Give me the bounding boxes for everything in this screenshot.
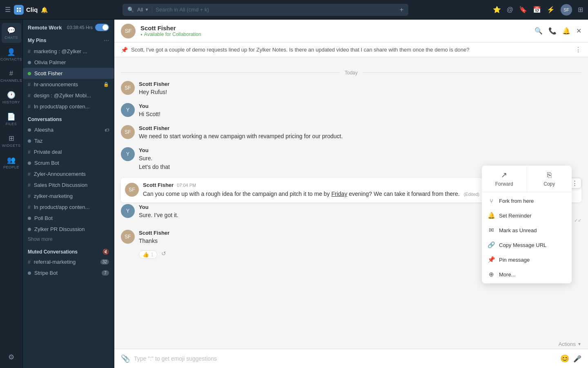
my-pins-more-icon[interactable]: ··· (104, 37, 109, 44)
sidebar-item-people[interactable]: 👥 PEOPLE (2, 153, 21, 173)
emoji-reaction-thumbsup[interactable]: 👍 1 (139, 250, 157, 259)
search-add-icon[interactable]: + (400, 6, 403, 13)
sidebar-item-channels[interactable]: # CHANNELS (2, 66, 21, 86)
sidebar-item-chats[interactable]: 💬 CHATS (2, 23, 21, 43)
conv-zyler-pr[interactable]: Zylker PR Discussion (23, 224, 114, 235)
search-placeholder[interactable]: Search in All (cmd + k) (156, 7, 396, 13)
conv-aleesha[interactable]: Aleesha 🏷 (23, 124, 114, 135)
msg-double-check: ✓✓ (574, 218, 581, 223)
chat-contact-name: Scott Fisher (140, 25, 530, 31)
more-label: More... (499, 272, 515, 278)
msg-avatar-scott1: SF (121, 81, 135, 95)
context-set-reminder[interactable]: 🔔 Set Reminder (482, 208, 572, 223)
conv-zyler-ann[interactable]: # Zyler-Announcements (23, 168, 114, 180)
pinned-message-text: Scott, I've got a couple of demo request… (131, 47, 572, 53)
attach-icon[interactable]: 📎 (121, 354, 130, 363)
conv-product-content[interactable]: # In product/app conten... (23, 202, 114, 213)
contact-scott[interactable]: Scott Fisher (23, 68, 114, 79)
conv-private-text: Private deal (34, 149, 109, 155)
forward-action[interactable]: ↗ Forward (482, 166, 527, 192)
message-group-3: SF Scott Fisher We need to start working… (121, 125, 581, 141)
messages-area: Today SF Scott Fisher Hey Rufus! Y You (114, 57, 588, 339)
svg-rect-2 (17, 10, 18, 12)
sidebar-item-contacts[interactable]: 👤 CONTACTS (2, 45, 21, 65)
widgets-icon: ⊞ (9, 134, 14, 143)
lock-icon: 🔒 (103, 82, 109, 87)
toggle-switch[interactable] (95, 24, 109, 31)
muted-referral[interactable]: # referral-marketing 32 (23, 256, 114, 267)
hash-icon-referral: # (28, 259, 31, 265)
search-bar[interactable]: 🔍 All ▼ Search in All (cmd + k) + (122, 4, 408, 16)
hamburger-icon[interactable]: ☰ (5, 6, 11, 13)
message-group-2: Y You Hi Scott! (121, 103, 581, 119)
msg-header-2: You (139, 103, 581, 109)
close-chat-icon[interactable]: ✕ (576, 27, 581, 35)
pinned-bar-more-icon[interactable]: ⋮ (575, 46, 581, 54)
conversations-title: Conversations (28, 117, 62, 122)
search-icon: 🔍 (127, 7, 134, 13)
emoji-add-icon[interactable]: ↺ (161, 250, 166, 257)
search-chat-icon[interactable]: 🔍 (535, 27, 543, 35)
conv-sales[interactable]: # Sales Pitch Discussion (23, 180, 114, 191)
grid-icon[interactable]: ⊞ (578, 6, 583, 13)
reaction-emoji: 👍 (143, 251, 149, 258)
contacts-label: CONTACTS (0, 57, 22, 61)
emoji-picker-icon[interactable]: 😊 (560, 354, 569, 363)
msg-sender-7: Scott Fisher (139, 230, 169, 236)
search-filter[interactable]: All ▼ (137, 7, 152, 13)
bell-icon[interactable]: 🔔 (562, 27, 570, 35)
channels-icon: # (9, 70, 13, 78)
copy-icon: ⎘ (547, 171, 552, 180)
hash-icon-zyler: # (28, 171, 31, 177)
chat-header-info: Scott Fisher Available for Collaboration (140, 25, 530, 37)
bookmark-icon[interactable]: 🔖 (519, 6, 527, 13)
conv-private-deal[interactable]: # Private deal (23, 146, 114, 157)
star-icon[interactable]: ⭐ (493, 6, 501, 13)
history-label: HISTORY (2, 100, 20, 104)
unread-icon: ✉ (488, 227, 495, 234)
msg-sender-1: Scott Fisher (139, 81, 169, 87)
conv-poll-bot[interactable]: Poll Bot (23, 213, 114, 224)
status-poll (28, 217, 31, 220)
pin-item-marketing[interactable]: # marketing : @Zylker ... (23, 46, 114, 57)
status-aleesha (28, 128, 31, 132)
call-icon[interactable]: 📞 (548, 27, 557, 35)
more-actions-icon[interactable]: ⋮ (572, 180, 578, 187)
copy-action[interactable]: ⎘ Copy (527, 166, 572, 192)
panel: Remote Work 03:38:45 Hrs My Pins ··· # m… (23, 20, 114, 368)
settings-icon: ⚙ (8, 353, 14, 361)
channel-product[interactable]: # In product/app conten... (23, 101, 114, 112)
sidebar-item-history[interactable]: 🕐 HISTORY (2, 88, 21, 108)
sidebar-item-widgets[interactable]: ⊞ WIDGETS (2, 131, 21, 151)
channel-design[interactable]: # design : @Zylker Mobi... (23, 90, 114, 101)
input-field[interactable]: Type ":" to get emoji suggestions (134, 355, 556, 362)
conv-scrum-bot[interactable]: Scrum Bot (23, 157, 114, 168)
calendar-icon[interactable]: 📅 (533, 6, 541, 13)
context-copy-url[interactable]: 🔗 Copy Message URL (482, 238, 572, 252)
lightning-icon[interactable]: ⚡ (547, 6, 555, 13)
muted-stripe-bot[interactable]: Stripe Bot 7 (23, 267, 114, 278)
user-avatar[interactable]: SF (561, 4, 572, 16)
notification-icon[interactable]: 🔔 (41, 7, 48, 13)
context-more[interactable]: ⊕ More... (482, 267, 572, 282)
sidebar-item-settings[interactable]: ⚙ (2, 350, 21, 365)
chats-label: CHATS (4, 36, 18, 40)
sidebar-item-files[interactable]: 📄 FILES (2, 109, 21, 129)
context-fork-here[interactable]: ⑂ Fork from here (482, 194, 572, 208)
mention-icon[interactable]: @ (507, 6, 513, 13)
context-menu-top-actions: ↗ Forward ⎘ Copy (482, 166, 572, 192)
conv-taz[interactable]: Taz (23, 135, 114, 146)
show-more-link[interactable]: Show more (23, 235, 114, 245)
contact-olivia[interactable]: Olivia Palmer (23, 57, 114, 68)
channel-hr[interactable]: # hr-announcements 🔒 (23, 79, 114, 90)
muted-stripe-badge: 7 (102, 270, 109, 276)
hash-icon-hr: # (28, 82, 31, 88)
context-pin-message[interactable]: 📌 Pin message (482, 252, 572, 267)
actions-label[interactable]: Actions (558, 341, 576, 347)
hash-icon-product-content: # (28, 204, 31, 210)
mic-icon[interactable]: 🎤 (573, 355, 581, 363)
history-icon: 🕐 (7, 91, 16, 99)
conv-zyler-pr-text: Zylker PR Discussion (34, 226, 109, 232)
conv-zylker-marketing[interactable]: # zylker-marketing (23, 191, 114, 202)
context-mark-unread[interactable]: ✉ Mark as Unread (482, 223, 572, 238)
